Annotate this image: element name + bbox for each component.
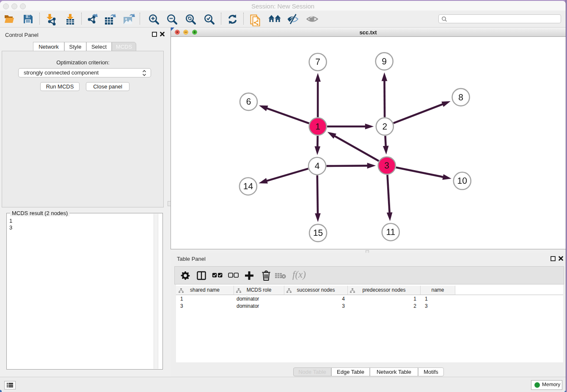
svg-text:9: 9 [382, 57, 387, 66]
svg-text:1: 1 [315, 122, 320, 132]
svg-text:2: 2 [382, 122, 387, 132]
svg-text:Memory: Memory [542, 381, 560, 387]
svg-text:3: 3 [384, 161, 389, 171]
svg-text:6: 6 [246, 97, 251, 107]
svg-text:8: 8 [458, 93, 463, 102]
svg-text:4: 4 [315, 161, 320, 171]
svg-text:scc.txt: scc.txt [359, 29, 377, 36]
svg-text:7: 7 [315, 58, 320, 67]
svg-text:11: 11 [386, 227, 395, 237]
svg-text:10: 10 [457, 176, 467, 186]
svg-text:15: 15 [313, 228, 323, 238]
svg-text:14: 14 [243, 182, 253, 191]
